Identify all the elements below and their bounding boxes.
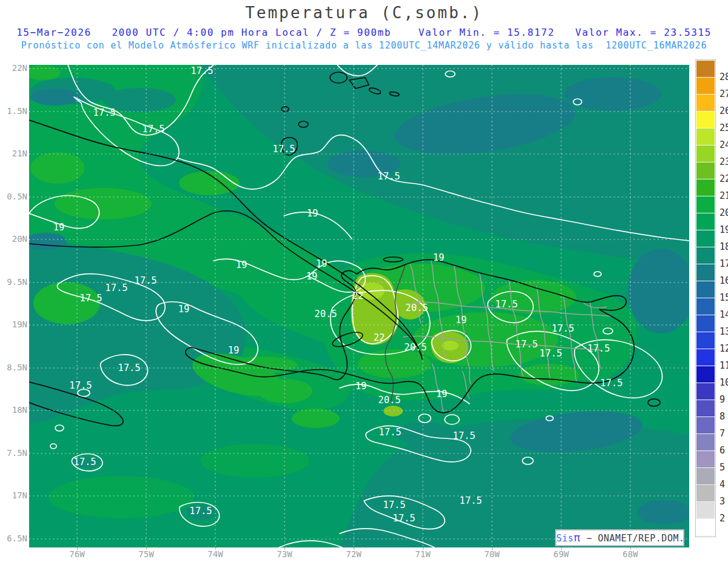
contour-value-label: 17.5 [118, 363, 140, 373]
contour-value-label: 17.5 [539, 348, 562, 359]
contour-value-label: 22 [352, 290, 364, 301]
y-axis-label: 20N [0, 234, 27, 244]
colorbar-cell [696, 332, 715, 349]
x-axis-label: 71W [405, 549, 441, 559]
x-axis-label: 72W [335, 549, 372, 559]
contour-value-label: 17.5 [515, 339, 538, 350]
colorbar-label: 9 [720, 394, 728, 405]
branding-onamet-label: − ONAMET/REP.DOM. [581, 533, 685, 544]
contour-value-label: 17.5 [459, 495, 482, 506]
contour-value-label: 17.5 [377, 171, 400, 182]
contour-value-label: 19 [433, 252, 445, 263]
fill-19-20-patch [200, 444, 309, 478]
colorbar-cell [696, 400, 715, 417]
fill-16-17-patch [564, 77, 661, 111]
x-axis-tick [77, 547, 78, 550]
colorbar-label: 23 [720, 156, 728, 167]
fill-20-21-patch [55, 188, 152, 219]
fill-23-24-patch [442, 341, 459, 350]
colorbar-label: 18 [720, 241, 728, 252]
colorbar-label: 4 [720, 479, 728, 490]
colorbar-cell [696, 502, 715, 519]
fill-20-21-patch [258, 379, 312, 403]
x-axis-label: 68W [612, 549, 649, 559]
colorbar-label: 6 [720, 445, 728, 456]
y-axis-label: 21N [0, 149, 27, 158]
colorbar-label: 15 [720, 292, 728, 303]
weather-map-page: Temperatura (C,somb.) 15−Mar−2026 2000 U… [0, 0, 728, 562]
colorbar-label: 27 [720, 89, 728, 99]
colorbar-cell [696, 383, 715, 400]
contour-value-label: 17.5 [495, 299, 517, 310]
contour-value-label: 19 [356, 381, 367, 392]
page-title: Temperatura (C,somb.) [0, 4, 728, 22]
contour-value-label: 17.5 [69, 380, 92, 391]
y-axis-label: 22N [0, 63, 27, 73]
colorbar-cell [696, 146, 715, 162]
colorbar-cell [696, 162, 715, 179]
fill-16-17-patch [637, 500, 689, 524]
contour-value-label: 17.5 [587, 343, 610, 354]
colorbar-cell [696, 349, 715, 366]
onamet-branding-box: Sisπ − ONAMET/REP.DOM. [555, 529, 684, 546]
contour-value-label: 17.5 [453, 430, 475, 441]
colorbar-cell [696, 315, 715, 332]
colorbar-cell [696, 179, 715, 196]
colorbar-label: 7 [720, 428, 728, 439]
colorbar-cell [696, 112, 715, 129]
colorbar-label: 19 [720, 224, 728, 235]
y-axis-label: 6.5N [0, 534, 27, 543]
contour-value-label: 17.5 [134, 275, 157, 286]
contour-value-label: 17.5 [383, 500, 405, 510]
colorbar-cell [696, 213, 715, 230]
contour-value-label: 17.5 [105, 283, 127, 293]
colorbar-cell [696, 230, 715, 247]
colorbar-label: 20 [720, 207, 728, 218]
colorbar-cell [696, 468, 715, 485]
colorbar-label: 13 [720, 326, 728, 337]
contour-value-label: 17.5 [379, 427, 401, 438]
colorbar-cell [696, 61, 715, 78]
colorbar-label: 8 [720, 411, 728, 422]
contour-value-label: 17.5 [189, 506, 212, 517]
contour-value-label: 20.5 [405, 303, 428, 313]
x-axis-label: 76W [59, 549, 95, 559]
colorbar-label: 14 [720, 309, 728, 320]
x-axis-tick [215, 547, 216, 550]
fill-16-17-patch [30, 89, 79, 105]
contour-value-label: 19 [53, 222, 65, 233]
contour-value-label: 17.5 [142, 124, 164, 135]
colorbar-cell [696, 366, 715, 383]
colorbar-label: 5 [720, 462, 728, 473]
y-axis-label: 7.5N [0, 448, 27, 458]
colorbar-label: 3 [720, 496, 728, 507]
colorbar-label: 16 [720, 275, 728, 286]
contour-value-label: 20.5 [314, 309, 337, 319]
colorbar-cell [696, 417, 715, 434]
colorbar-cell [696, 78, 715, 95]
colorbar-label: 25 [720, 122, 728, 133]
colorbar-cell [696, 298, 715, 315]
y-axis-label: 1.5N [0, 106, 27, 116]
fill-22-23-patch [383, 406, 403, 416]
contour-value-label: 19 [178, 304, 190, 315]
y-axis-label: 17N [0, 490, 27, 500]
fill-20-21-patch [291, 409, 340, 428]
colorbar-cell [696, 247, 715, 264]
colorbar-cell [696, 519, 715, 536]
x-axis-label: 74W [197, 549, 234, 559]
x-axis-tick [630, 547, 631, 550]
temperature-contour-map: 17.517.517.517.517.517.517.517.517.517.5… [29, 65, 689, 547]
y-axis-label: 18N [0, 405, 27, 415]
contour-value-label: 19 [307, 208, 318, 219]
x-axis-label: 73W [266, 549, 303, 559]
colorbar-cell [696, 129, 715, 146]
x-axis-tick [492, 547, 493, 550]
contour-value-label: 17.5 [93, 107, 115, 118]
y-axis-label: 9.5N [0, 277, 27, 287]
colorbar-cell [696, 95, 715, 112]
colorbar-cell [696, 434, 715, 451]
contour-value-label: 19 [316, 258, 328, 269]
y-axis-label: 19N [0, 319, 27, 329]
contour-value-label: 19 [228, 345, 240, 356]
